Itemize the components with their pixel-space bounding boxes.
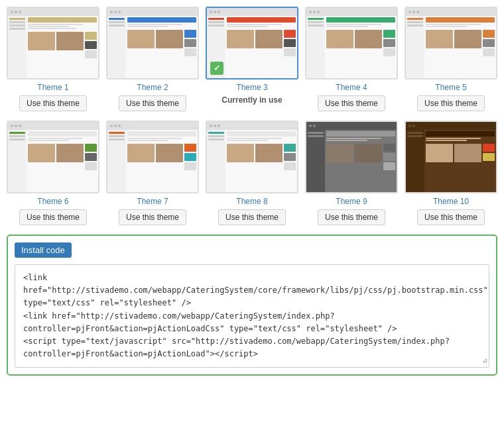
theme-preview-2 [106,7,199,80]
use-theme-4-button[interactable]: Use this theme [318,95,385,111]
theme-7-name: Theme 7 [137,197,168,206]
install-code-section: Install code <link href="http://stivadem… [7,235,497,376]
theme-item-4: Theme 4 Use this theme [305,7,398,111]
theme-10-name: Theme 10 [433,197,469,206]
theme-preview-6 [7,121,99,193]
theme-preview-10 [405,121,497,193]
theme-8-name: Theme 8 [236,197,267,206]
theme-item-8: Theme 8 Use this theme [206,121,298,225]
theme-item-10: Theme 10 Use this theme [405,121,497,225]
theme-preview-9 [305,121,398,193]
use-theme-6-button[interactable]: Use this theme [19,209,87,225]
theme-item-2: Theme 2 Use this theme [106,7,199,111]
themes-row-2: Theme 6 Use this theme [7,121,497,225]
theme-item-1: Theme 1 Use this theme [7,7,99,111]
theme-item-5: Theme 5 Use this theme [405,7,497,111]
theme-item-6: Theme 6 Use this theme [7,121,99,225]
theme-item-9: Theme 9 Use this theme [305,121,398,225]
install-code-box[interactable]: <link href="http://stivademo.com/webapp/… [15,264,489,368]
theme-6-name: Theme 6 [37,197,68,206]
page-wrapper: Theme 1 Use this theme [0,0,504,424]
use-theme-1-button[interactable]: Use this theme [19,95,87,111]
theme-preview-7 [106,121,199,193]
theme-preview-1 [7,7,99,80]
theme-preview-4 [305,7,398,80]
use-theme-2-button[interactable]: Use this theme [119,95,186,111]
theme-5-name: Theme 5 [435,83,466,92]
theme-preview-3: ✓ [206,7,298,80]
theme-4-name: Theme 4 [336,83,367,92]
currently-in-use-label: Currently in use [221,95,282,105]
install-code-content: <link href="http://stivademo.com/webapp/… [23,273,488,358]
themes-row-1: Theme 1 Use this theme [7,7,497,111]
use-theme-10-button[interactable]: Use this theme [417,209,485,225]
use-theme-8-button[interactable]: Use this theme [218,209,286,225]
theme-2-name: Theme 2 [137,83,168,92]
theme-1-name: Theme 1 [37,83,68,92]
active-checkmark: ✓ [210,62,223,75]
theme-item-7: Theme 7 Use this theme [106,121,199,225]
use-theme-9-button[interactable]: Use this theme [318,209,385,225]
theme-preview-5 [405,7,497,80]
theme-9-name: Theme 9 [336,197,367,206]
theme-preview-8 [206,121,298,193]
use-theme-5-button[interactable]: Use this theme [417,95,485,111]
theme-item-3: ✓ Theme 3 Currently in use [206,7,298,111]
install-code-label: Install code [15,242,72,258]
theme-3-name: Theme 3 [236,83,267,92]
resize-handle: ⊿ [482,355,487,366]
use-theme-7-button[interactable]: Use this theme [119,209,186,225]
